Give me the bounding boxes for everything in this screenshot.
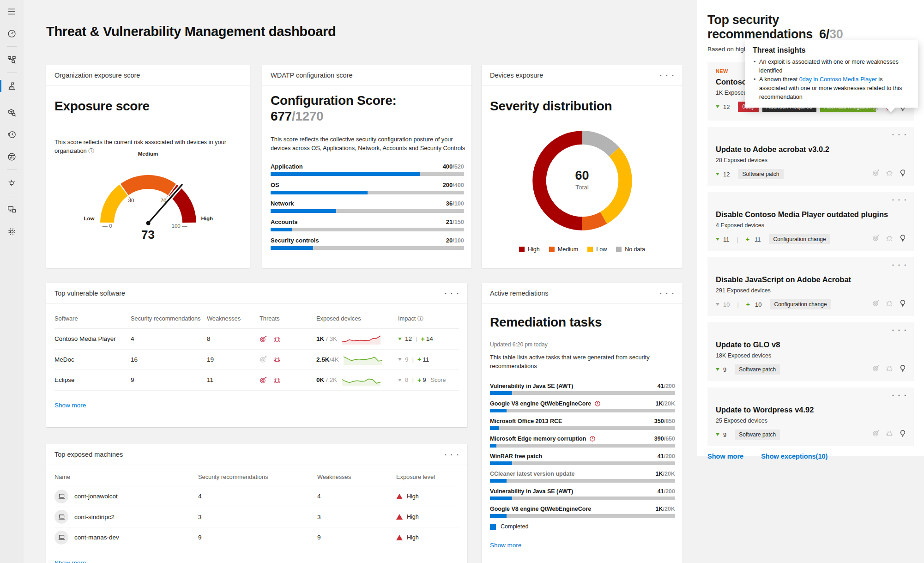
exposure-score-gauge: Medium3070Low— 0100 —High xyxy=(72,151,224,233)
lightbulb-icon[interactable] xyxy=(899,299,906,307)
remediation-task[interactable]: Google V8 engine QtWebEngineCore1K/20K xyxy=(490,400,675,412)
card-header-label: Top exposed machines xyxy=(54,451,123,458)
legend-label: Low xyxy=(596,246,607,253)
show-more-link[interactable]: Show more xyxy=(54,559,86,563)
lightbulb-icon[interactable] xyxy=(899,430,906,437)
legend-item-medium: Medium xyxy=(549,246,578,253)
info-icon[interactable]: ⓘ xyxy=(417,315,423,322)
bug-icon[interactable] xyxy=(886,430,893,437)
software-name[interactable]: Eclipse xyxy=(54,370,131,391)
software-name[interactable]: MeDoc xyxy=(54,350,131,370)
sidebar-item-settings[interactable] xyxy=(0,226,24,236)
recommendation-card[interactable]: · · ·Disable JavaScript on Adobe Acrobat… xyxy=(707,257,914,316)
more-menu[interactable]: · · · xyxy=(892,131,907,138)
sidebar-item-timeline[interactable] xyxy=(0,129,24,139)
recommendation-title[interactable]: Disable Contoso Media Player outdated pl… xyxy=(716,210,906,219)
remediation-task[interactable]: Microsoft Office 2013 RCE350/850 xyxy=(490,418,675,430)
more-menu[interactable]: · · · xyxy=(660,72,675,79)
target-icon[interactable] xyxy=(260,335,267,343)
recommendation-card[interactable]: · · ·Update to Wordpress v4.9225 Exposed… xyxy=(707,387,914,446)
target-icon[interactable] xyxy=(872,169,880,176)
remediation-task[interactable]: Vulnerability in Java SE (AWT)41/200 xyxy=(490,488,675,500)
sidebar-item-dashboard[interactable] xyxy=(0,28,24,38)
remediation-task[interactable]: Google V8 engine QtWebEngineCore1K/20K xyxy=(490,506,675,518)
remediation-task[interactable]: Vulnerability in Java SE (AWT)41/200 xyxy=(490,383,675,395)
more-menu[interactable]: · · · xyxy=(660,290,675,297)
more-menu[interactable]: · · · xyxy=(892,196,907,203)
column-header-impact[interactable]: Impact ⓘ xyxy=(398,304,459,329)
bug-icon[interactable] xyxy=(273,376,281,384)
laptop-icon xyxy=(58,513,66,521)
column-header-name[interactable]: Name xyxy=(54,465,198,486)
more-menu[interactable]: · · · xyxy=(892,392,907,399)
trend-up-icon: + xyxy=(746,236,749,243)
bug-icon[interactable] xyxy=(886,169,893,176)
progress-track xyxy=(271,172,464,176)
sidebar-item-web-protection[interactable] xyxy=(0,151,24,162)
threat-link[interactable]: 0day in Contoso Media Player xyxy=(799,76,877,83)
target-icon[interactable] xyxy=(872,430,880,437)
bug-icon[interactable] xyxy=(273,356,281,363)
more-menu[interactable]: · · · xyxy=(445,451,460,458)
machine-name-cell[interactable]: cont-jonawolcot xyxy=(54,486,198,507)
progress-track xyxy=(490,409,675,412)
recommendation-card[interactable]: · · ·Update to Adobe acrobat v3.0.228 Ex… xyxy=(707,127,914,186)
show-more-link[interactable]: Show more xyxy=(490,542,521,549)
sidebar-divider xyxy=(7,73,17,73)
recommendation-card[interactable]: · · ·Disable Contoso Media Player outdat… xyxy=(707,192,914,251)
lightbulb-icon[interactable] xyxy=(899,234,906,242)
remediation-task[interactable]: Microsoft Edge memory corruption390/650 xyxy=(490,436,675,448)
machine-name-cell[interactable]: cont-manas-dev xyxy=(54,527,198,548)
target-icon[interactable] xyxy=(872,299,880,307)
bug-icon[interactable] xyxy=(886,364,893,372)
more-menu[interactable]: · · · xyxy=(892,261,907,268)
bug-icon[interactable] xyxy=(886,234,893,242)
sidebar-item-tvm-dashboard[interactable] xyxy=(0,81,24,91)
remediation-task[interactable]: CCleaner latest version update1K/20K xyxy=(490,471,675,483)
recommendation-title[interactable]: Disable JavaScript on Adobe Acrobat xyxy=(716,275,906,284)
security-recommendations-count: 4 xyxy=(131,329,207,350)
more-menu[interactable]: · · · xyxy=(892,327,907,333)
column-header-weaknesses[interactable]: Weaknesses xyxy=(207,304,260,329)
recommendation-title[interactable]: Update to Wordpress v4.92 xyxy=(716,406,906,414)
column-header-exposed-devices[interactable]: Exposed devices xyxy=(316,304,398,329)
recommendation-card[interactable]: · · ·Update to GLO v818K Exposed devices… xyxy=(707,322,914,381)
column-header-software[interactable]: Software xyxy=(54,304,131,329)
show-more-link[interactable]: Show more xyxy=(54,402,86,409)
target-icon[interactable] xyxy=(260,376,267,384)
sidebar-item-portals[interactable] xyxy=(0,204,24,214)
card-header-label: Devices exposure xyxy=(490,72,543,79)
card-header-label: Organization exposure score xyxy=(54,72,140,79)
warning-icon[interactable] xyxy=(589,436,596,442)
bug-icon[interactable] xyxy=(886,299,893,307)
show-more-link[interactable]: Show more xyxy=(707,453,743,460)
sidebar-item-menu[interactable] xyxy=(0,6,24,16)
column-header-security-recommendations[interactable]: Security recommendations xyxy=(131,304,207,329)
column-header-threats[interactable]: Threats xyxy=(260,304,316,329)
sidebar-item-simulations[interactable] xyxy=(0,178,24,188)
target-icon[interactable] xyxy=(260,356,267,363)
software-name[interactable]: Contoso Media Player xyxy=(54,329,131,350)
column-header-exposure-level[interactable]: Exposure level xyxy=(396,465,459,486)
recommendation-title[interactable]: Update to GLO v8 xyxy=(716,340,906,349)
configuration-score-total: /1270 xyxy=(292,109,324,123)
lightbulb-icon[interactable] xyxy=(899,364,906,372)
recommendation-title[interactable]: Update to Adobe acrobat v3.0.2 xyxy=(716,145,906,154)
configuration-score-title: Configuration Score: 677/1270 xyxy=(271,93,396,124)
machine-name-cell[interactable]: cont-sindiripc2 xyxy=(54,507,198,528)
task-value: 1K/20K xyxy=(656,400,675,407)
lightbulb-icon[interactable] xyxy=(899,169,906,176)
settings-icon xyxy=(7,227,17,236)
sidebar-divider xyxy=(7,46,17,47)
show-exceptions-link[interactable]: Show exceptions(10) xyxy=(761,453,827,460)
sidebar-item-software-inventory[interactable] xyxy=(0,107,24,117)
more-menu[interactable]: · · · xyxy=(445,290,460,297)
column-header-weaknesses[interactable]: Weaknesses xyxy=(317,465,396,486)
target-icon[interactable] xyxy=(872,364,880,372)
column-header-security-recommendations[interactable]: Security recommendations xyxy=(198,465,317,486)
remediation-task[interactable]: WinRAR free patch41/200 xyxy=(490,453,675,465)
sidebar-item-machines-list[interactable] xyxy=(0,54,24,65)
warning-icon[interactable] xyxy=(594,400,601,407)
target-icon[interactable] xyxy=(872,234,880,242)
bug-icon[interactable] xyxy=(273,335,281,343)
